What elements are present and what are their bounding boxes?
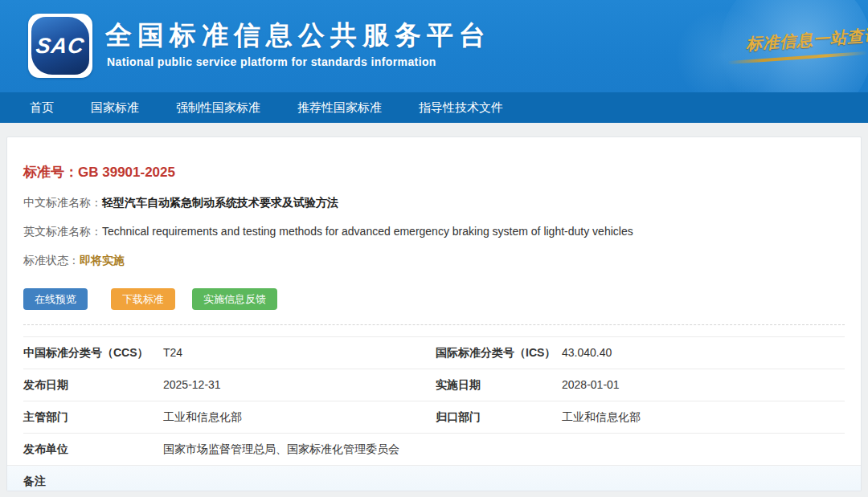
site-subtitle: National public service platform for sta… [107, 55, 436, 68]
main-nav: 首页 国家标准 强制性国家标准 推荐性国家标准 指导性技术文件 [0, 92, 868, 123]
publish-org-label: 发布单位 [23, 442, 163, 456]
sac-logo-shape: SAC [31, 17, 89, 75]
nav-item-mandatory-standards[interactable]: 强制性国家标准 [158, 92, 279, 123]
sac-logo[interactable]: SAC [28, 14, 92, 78]
dashed-divider [23, 324, 845, 325]
ics-label: 国际标准分类号（ICS） [436, 346, 562, 360]
status-badge: 即将实施 [80, 254, 125, 267]
cn-name-row: 中文标准名称：轻型汽车自动紧急制动系统技术要求及试验方法 [23, 194, 845, 210]
table-row: 发布日期 2025-12-31 实施日期 2028-01-01 [23, 369, 845, 401]
competent-dept-value: 工业和信息化部 [163, 410, 436, 424]
nav-item-national-standards[interactable]: 国家标准 [72, 92, 158, 123]
nav-item-guiding-documents[interactable]: 指导性技术文件 [400, 92, 522, 123]
publish-org-value: 国家市场监督管理总局、国家标准化管理委员会 [163, 442, 845, 456]
standard-number-heading: 标准号：GB 39901-2025 [23, 163, 845, 181]
site-header: SAC 全国标准信息公共服务平台 National public service… [0, 0, 868, 92]
publish-date-value: 2025-12-31 [163, 378, 436, 392]
remarks-label: 备注 [23, 475, 163, 488]
implement-date-label: 实施日期 [436, 378, 562, 392]
remarks-value [163, 475, 845, 488]
standard-attributes-table: 中国标准分类号（CCS） T24 国际标准分类号（ICS） 43.040.40 … [23, 336, 845, 491]
cn-name-value: 轻型汽车自动紧急制动系统技术要求及试验方法 [102, 196, 338, 209]
nav-item-home[interactable]: 首页 [11, 92, 72, 123]
centralized-dept-label: 归口部门 [436, 410, 562, 424]
sac-logo-text: SAC [35, 34, 86, 59]
standard-detail-card: 标准号：GB 39901-2025 中文标准名称：轻型汽车自动紧急制动系统技术要… [6, 136, 862, 491]
standard-number-value: GB 39901-2025 [78, 165, 175, 180]
en-name-row: 英文标准名称：Technical requirements and testin… [23, 223, 845, 239]
table-row-remarks: 备注 [7, 465, 861, 491]
table-row: 发布单位 国家市场监督管理总局、国家标准化管理委员会 [23, 433, 845, 465]
online-preview-button[interactable]: 在线预览 [23, 288, 88, 310]
nav-item-recommended-standards[interactable]: 推荐性国家标准 [279, 92, 400, 123]
ccs-label: 中国标准分类号（CCS） [23, 346, 163, 360]
cn-name-label: 中文标准名称： [23, 196, 102, 209]
status-label: 标准状态： [23, 254, 80, 267]
implement-date-value: 2028-01-01 [562, 378, 845, 392]
table-row: 主管部门 工业和信息化部 归口部门 工业和信息化部 [23, 401, 845, 433]
implementation-feedback-button[interactable]: 实施信息反馈 [192, 288, 277, 310]
competent-dept-label: 主管部门 [23, 410, 163, 424]
centralized-dept-value: 工业和信息化部 [562, 410, 845, 424]
action-buttons: 在线预览 下载标准 实施信息反馈 [23, 288, 845, 310]
page-body: 标准号：GB 39901-2025 中文标准名称：轻型汽车自动紧急制动系统技术要… [0, 123, 868, 497]
standard-number-label: 标准号： [23, 165, 78, 180]
site-title: 全国标准信息公共服务平台 [105, 18, 491, 54]
table-row: 中国标准分类号（CCS） T24 国际标准分类号（ICS） 43.040.40 [23, 336, 845, 369]
ics-value: 43.040.40 [562, 346, 845, 360]
download-standard-button[interactable]: 下载标准 [111, 288, 175, 310]
en-name-label: 英文标准名称： [23, 225, 102, 238]
publish-date-label: 发布日期 [23, 378, 163, 392]
en-name-value: Technical requirements and testing metho… [102, 225, 633, 238]
ccs-value: T24 [163, 346, 436, 360]
status-row: 标准状态：即将实施 [23, 252, 845, 268]
